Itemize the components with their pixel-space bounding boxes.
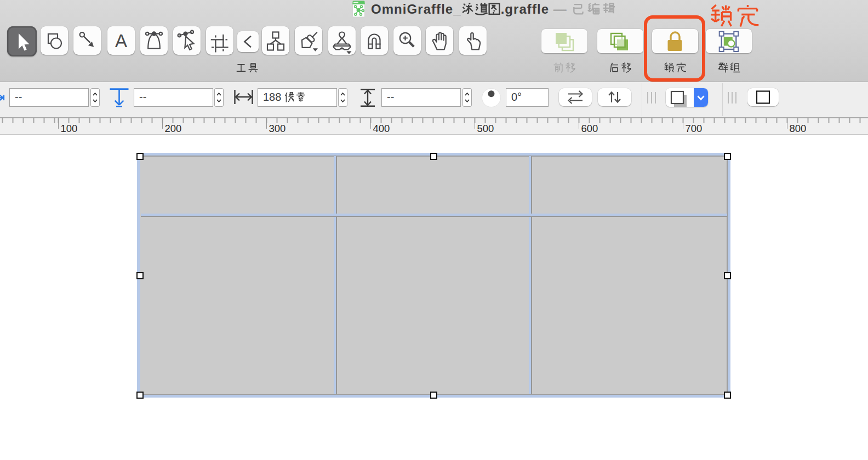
svg-text:A: A <box>115 31 127 51</box>
